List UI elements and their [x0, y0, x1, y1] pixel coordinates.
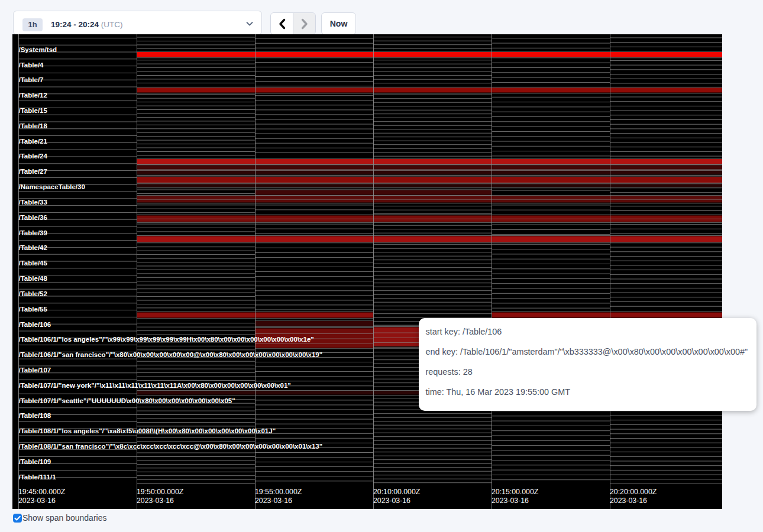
svg-text:/Table/107/1/"seattle"/"UUUUUU: /Table/107/1/"seattle"/"UUUUUUD\x00\x80\…	[19, 397, 235, 404]
svg-text:/Table/42: /Table/42	[19, 244, 47, 251]
svg-text:/Table/39: /Table/39	[19, 229, 47, 236]
svg-text:/Table/107: /Table/107	[19, 366, 51, 374]
svg-text:/Table/48: /Table/48	[19, 275, 48, 282]
svg-text:2023-03-16: 2023-03-16	[492, 497, 529, 505]
svg-text:/Table/108/1/"san francisco"/": /Table/108/1/"san francisco"/"\x8c\xcc\x…	[19, 443, 323, 450]
svg-text:/Table/24: /Table/24	[19, 153, 48, 160]
svg-text:/Table/107/1/"new york"/"\x11\: /Table/107/1/"new york"/"\x11\x11\x11\x1…	[19, 382, 291, 389]
svg-text:/Table/33: /Table/33	[19, 199, 47, 206]
svg-text:/Table/106/1/"san francisco"/": /Table/106/1/"san francisco"/"\x80\x00\x…	[19, 351, 323, 358]
svg-text:20:10:00.000Z: 20:10:00.000Z	[373, 488, 421, 496]
svg-text:/Table/36: /Table/36	[19, 214, 47, 221]
svg-text:20:20:00.000Z: 20:20:00.000Z	[610, 488, 657, 496]
svg-text:/Table/4: /Table/4	[19, 61, 44, 69]
svg-text:/NamespaceTable/30: /NamespaceTable/30	[19, 183, 85, 190]
svg-text:2023-03-16: 2023-03-16	[610, 497, 647, 505]
svg-text:20:15:00.000Z: 20:15:00.000Z	[492, 488, 539, 496]
svg-text:/Table/52: /Table/52	[19, 290, 47, 297]
svg-text:/Table/111/1: /Table/111/1	[19, 473, 57, 481]
svg-text:2023-03-16: 2023-03-16	[18, 497, 56, 505]
svg-text:2023-03-16: 2023-03-16	[373, 497, 410, 505]
svg-text:/Table/21: /Table/21	[19, 138, 48, 145]
svg-text:/Table/45: /Table/45	[19, 259, 48, 267]
svg-text:/Table/27: /Table/27	[19, 168, 47, 175]
svg-text:/Table/15: /Table/15	[19, 107, 48, 114]
svg-text:19:55:00.000Z: 19:55:00.000Z	[255, 488, 302, 496]
svg-text:19:45:00.000Z: 19:45:00.000Z	[18, 488, 66, 496]
svg-text:/Table/12: /Table/12	[19, 92, 47, 99]
svg-text:19:50:00.000Z: 19:50:00.000Z	[137, 488, 184, 496]
svg-text:/Table/109: /Table/109	[19, 458, 51, 465]
svg-text:/Table/108: /Table/108	[19, 412, 51, 419]
svg-text:/Table/108/1/"los angeles"/"\x: /Table/108/1/"los angeles"/"\xa8\xf5\u00…	[19, 427, 276, 434]
svg-text:/System/tsd: /System/tsd	[19, 46, 57, 53]
svg-text:/Table/18: /Table/18	[19, 122, 48, 129]
svg-text:/Table/55: /Table/55	[19, 306, 48, 313]
svg-text:/Table/106/1/"los angeles"/"\x: /Table/106/1/"los angeles"/"\x99\x99\x99…	[19, 336, 314, 343]
svg-text:2023-03-16: 2023-03-16	[137, 497, 174, 505]
svg-text:2023-03-16: 2023-03-16	[255, 497, 292, 505]
svg-text:/Table/106: /Table/106	[19, 321, 51, 328]
svg-text:/Table/7: /Table/7	[19, 76, 44, 83]
